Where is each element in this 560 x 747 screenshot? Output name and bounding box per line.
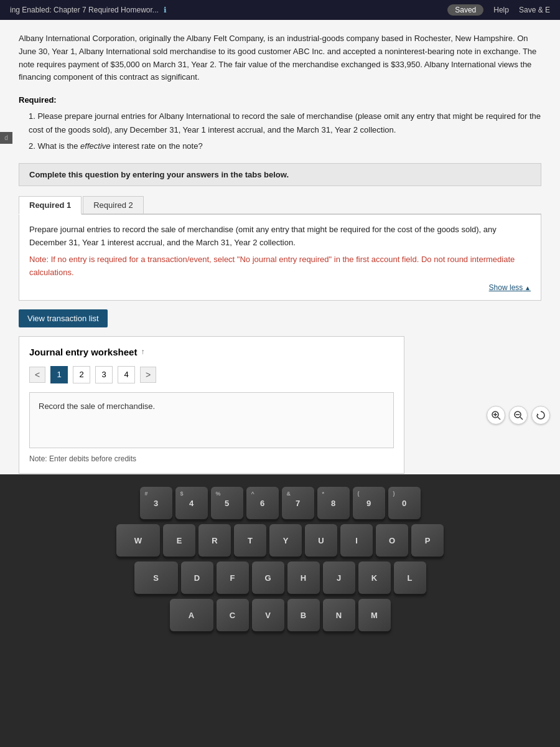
- key-0[interactable]: )0: [388, 487, 421, 519]
- help-link[interactable]: Help: [493, 6, 509, 14]
- worksheet-title: Journal entry worksheet ↑: [29, 347, 394, 357]
- key-W[interactable]: W: [116, 524, 160, 557]
- key-R[interactable]: R: [198, 524, 231, 557]
- key-B[interactable]: B: [287, 599, 320, 631]
- key-J[interactable]: J: [323, 561, 355, 594]
- key-7[interactable]: &7: [282, 487, 314, 519]
- show-less-button[interactable]: Show less: [29, 282, 531, 294]
- keyboard-row-qwerty: W E R T Y U I O P: [116, 524, 444, 557]
- zoom-controls: [487, 406, 550, 425]
- side-label: d: [0, 132, 12, 144]
- key-T[interactable]: T: [234, 524, 266, 557]
- key-S[interactable]: S: [134, 561, 178, 594]
- page-num-2[interactable]: 2: [73, 366, 90, 383]
- keyboard-row-numbers: #3 $4 %5 ^6 &7 *8 (9 )0: [140, 487, 421, 519]
- key-E[interactable]: E: [163, 524, 195, 557]
- key-H[interactable]: H: [287, 561, 320, 594]
- intro-text: Albany International Corporation, origin…: [19, 32, 541, 84]
- record-area-text: Record the sale of merchandise.: [39, 402, 155, 411]
- worksheet-page-nav: < 1 2 3 4 >: [29, 366, 394, 383]
- content-area: d Albany International Corporation, orig…: [0, 20, 560, 474]
- key-5[interactable]: %5: [211, 487, 243, 519]
- key-V[interactable]: V: [252, 599, 284, 631]
- tab-note: Note: If no entry is required for a tran…: [29, 253, 531, 280]
- save-exit-link[interactable]: Save & E: [519, 6, 550, 14]
- saved-badge: Saved: [447, 4, 483, 16]
- key-3[interactable]: #3: [140, 487, 172, 519]
- key-4[interactable]: $4: [175, 487, 208, 519]
- page-prev-arrow[interactable]: <: [29, 367, 45, 383]
- tab-main-text: Prepare journal entries to record the sa…: [29, 223, 531, 250]
- keyboard-row-asdf: S D F G H J K L: [134, 561, 426, 594]
- key-Y[interactable]: Y: [269, 524, 302, 557]
- tab-required-1[interactable]: Required 1: [19, 196, 82, 215]
- note-below: Note: Enter debits before credits: [29, 454, 394, 463]
- key-F[interactable]: F: [217, 561, 249, 594]
- instruction-2: 2. What is the effective interest rate o…: [29, 139, 541, 153]
- key-C[interactable]: C: [217, 599, 249, 631]
- key-M[interactable]: M: [358, 599, 391, 631]
- worksheet-arrow-icon: ↑: [141, 347, 144, 356]
- tab-content: Prepare journal entries to record the sa…: [19, 215, 541, 300]
- page-num-4[interactable]: 4: [118, 366, 135, 383]
- keyboard-area: #3 $4 %5 ^6 &7 *8 (9 )0 W E R T Y U I O …: [0, 474, 560, 747]
- key-K[interactable]: K: [358, 561, 391, 594]
- keyboard-row-zxcv: A C V B N M: [170, 599, 391, 631]
- rotate-button[interactable]: [531, 406, 550, 425]
- key-P[interactable]: P: [411, 524, 444, 557]
- zoom-out-button[interactable]: [509, 406, 528, 425]
- key-9[interactable]: (9: [353, 487, 385, 519]
- key-L[interactable]: L: [394, 561, 426, 594]
- instruction-1: 1. Please prepare journal entries for Al…: [29, 110, 541, 137]
- key-8[interactable]: *8: [317, 487, 350, 519]
- zoom-in-button[interactable]: [487, 406, 505, 425]
- key-N[interactable]: N: [323, 599, 355, 631]
- page-next-arrow[interactable]: >: [140, 367, 156, 383]
- required-label: Required:: [19, 95, 541, 105]
- svg-marker-11: [537, 413, 539, 415]
- key-U[interactable]: U: [305, 524, 337, 557]
- page-num-1[interactable]: 1: [50, 366, 68, 383]
- top-bar: ing Enabled: Chapter 7 Required Homewor.…: [0, 0, 560, 20]
- svg-line-9: [520, 417, 523, 420]
- key-G[interactable]: G: [252, 561, 284, 594]
- key-6[interactable]: ^6: [246, 487, 279, 519]
- top-bar-left: ing Enabled: Chapter 7 Required Homewor.…: [10, 6, 167, 14]
- record-area: Record the sale of merchandise.: [29, 392, 394, 448]
- instructions: 1. Please prepare journal entries for Al…: [29, 110, 541, 153]
- svg-line-5: [498, 417, 500, 420]
- key-A[interactable]: A: [170, 599, 213, 631]
- worksheet-box: Journal entry worksheet ↑ < 1 2 3 4 > Re…: [19, 336, 404, 474]
- key-O[interactable]: O: [376, 524, 408, 557]
- complete-box: Complete this question by entering your …: [19, 163, 541, 186]
- key-I[interactable]: I: [340, 524, 373, 557]
- page-num-3[interactable]: 3: [95, 366, 113, 383]
- info-icon[interactable]: ℹ: [164, 6, 167, 14]
- key-D[interactable]: D: [181, 561, 213, 594]
- tabs-container: Required 1 Required 2: [19, 196, 541, 215]
- view-transaction-btn[interactable]: View transaction list: [19, 309, 108, 327]
- page-title: ing Enabled: Chapter 7 Required Homewor.…: [10, 6, 159, 14]
- tab-required-2[interactable]: Required 2: [83, 196, 144, 214]
